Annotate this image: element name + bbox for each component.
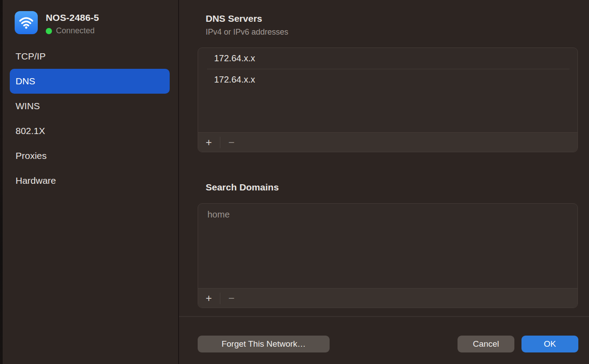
wifi-icon [15,11,38,34]
ok-button[interactable]: OK [521,336,578,352]
sidebar-item-hardware[interactable]: Hardware [3,168,178,193]
add-dns-server-button[interactable]: + [204,137,214,148]
search-domains-title: Search Domains [206,182,279,193]
footer-separator [179,316,589,317]
dns-server-row[interactable]: 172.64.x.x [198,48,577,69]
search-domains-controls: + − [198,288,577,308]
network-status: Connected [46,26,99,36]
add-search-domain-button[interactable]: + [204,293,214,304]
cancel-button[interactable]: Cancel [458,336,514,352]
main-panel: DNS Servers IPv4 or IPv6 addresses 172.6… [179,0,589,364]
sidebar-item-8021x[interactable]: 802.1X [3,119,178,143]
dns-servers-list: 172.64.x.x 172.64.x.x + − [198,47,578,152]
dns-servers-subtitle: IPv4 or IPv6 addresses [206,28,288,37]
connected-status-label: Connected [56,26,95,36]
network-details-sheet: NOS-2486-5 Connected TCP/IP DNS WINS 802… [0,0,589,364]
network-header: NOS-2486-5 Connected [15,11,99,36]
sidebar-item-wins[interactable]: WINS [3,94,178,119]
remove-search-domain-button[interactable]: − [227,293,236,304]
dns-server-row[interactable]: 172.64.x.x [198,69,577,90]
forget-this-network-button[interactable]: Forget This Network… [198,336,330,352]
search-domains-list: home + − [198,203,578,308]
sidebar-item-tcpip[interactable]: TCP/IP [3,44,178,69]
connected-status-dot [46,28,52,34]
network-name: NOS-2486-5 [46,12,99,23]
sidebar: NOS-2486-5 Connected TCP/IP DNS WINS 802… [3,0,178,364]
network-meta: NOS-2486-5 Connected [46,11,99,36]
sidebar-nav: TCP/IP DNS WINS 802.1X Proxies Hardware [3,44,178,193]
remove-dns-server-button[interactable]: − [227,137,236,148]
dns-list-controls: + − [198,132,577,152]
dns-servers-title: DNS Servers [206,13,262,24]
sidebar-item-dns[interactable]: DNS [10,69,170,94]
sidebar-item-proxies[interactable]: Proxies [3,143,178,168]
controls-divider [220,137,220,148]
search-domain-row[interactable]: home [198,204,577,225]
controls-divider [220,293,220,304]
